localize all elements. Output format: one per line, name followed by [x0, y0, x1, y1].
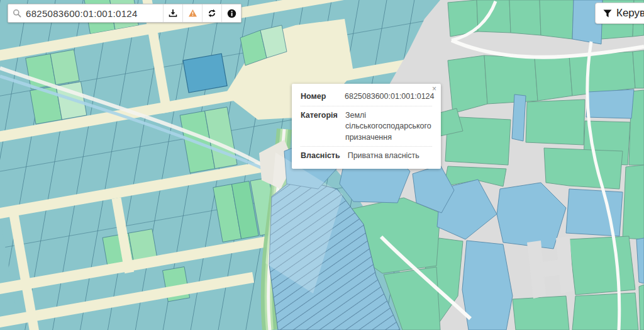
row-label: Власність: [301, 151, 340, 162]
filter-funnel-icon: [603, 9, 612, 18]
refresh-icon: [208, 9, 216, 18]
search-bar: [8, 4, 242, 23]
popup-row-number: Номер 6825083600:01:001:0124: [301, 88, 432, 106]
row-value: Приватна власність: [348, 151, 432, 162]
manage-layers-button[interactable]: Керуван: [595, 3, 644, 24]
download-button[interactable]: [163, 4, 182, 22]
row-value: Землі сільськогосподарського призначення: [345, 110, 432, 144]
info-button[interactable]: [221, 4, 241, 22]
cadastral-map-app: { "search_bar": { "value": "6825083600:0…: [0, 0, 644, 330]
search-icon: [8, 4, 26, 22]
row-value: 6825083600:01:001:0124: [345, 91, 435, 103]
search-input[interactable]: [26, 4, 163, 22]
refresh-button[interactable]: [202, 4, 221, 22]
warning-icon: [188, 9, 197, 18]
warning-button[interactable]: [182, 4, 202, 22]
popup-row-category: Категорія Землі сільськогосподарського п…: [301, 106, 432, 147]
close-icon[interactable]: ×: [432, 85, 436, 93]
info-icon: [227, 9, 236, 18]
row-label: Номер: [301, 91, 337, 103]
row-label: Категорія: [301, 110, 338, 144]
popup-row-ownership: Власність Приватна власність: [301, 147, 432, 165]
manage-button-label: Керуван: [616, 7, 644, 20]
dark-blue-parcel[interactable]: [183, 54, 227, 93]
parcel-info-popup: × Номер 6825083600:01:001:0124 Категорія…: [292, 84, 441, 169]
download-icon: [169, 9, 177, 18]
